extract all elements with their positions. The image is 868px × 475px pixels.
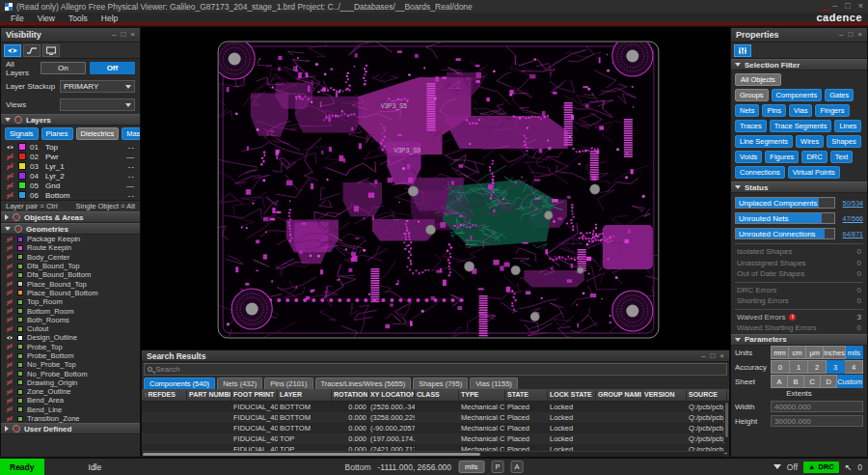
geometry-eye-icon[interactable]	[6, 307, 14, 315]
column-header-source[interactable]: SOURCE	[687, 390, 727, 401]
horizontal-scrollbar[interactable]	[142, 451, 724, 457]
geometry-row[interactable]: Bend_Line	[1, 405, 140, 414]
search-tab[interactable]: Components (540)	[144, 377, 215, 389]
geometry-eye-icon[interactable]	[6, 378, 14, 386]
layer-eye-icon[interactable]	[6, 143, 14, 152]
properties-filter-tab[interactable]	[734, 44, 751, 57]
geometry-eye-icon[interactable]	[6, 325, 14, 333]
geometry-row[interactable]: Design_Outline	[1, 333, 140, 342]
search-input[interactable]	[155, 365, 723, 374]
units-option-mm[interactable]: mm	[771, 346, 789, 359]
geometry-row[interactable]: Cutout	[1, 324, 140, 333]
layers-section-header[interactable]: Layers	[1, 114, 140, 126]
height-field[interactable]: 30000.000	[771, 415, 863, 427]
column-header-rotation[interactable]: ROTATION	[332, 390, 368, 401]
layer-color-swatch[interactable]	[18, 153, 26, 160]
layers-view-tab[interactable]	[4, 44, 21, 57]
table-row[interactable]: FIDUCIAL_40BOTTOM0.000(2526.000,-34...Me…	[142, 402, 729, 412]
geometry-eye-icon[interactable]	[6, 263, 14, 270]
search-tab[interactable]: Shapes (795)	[413, 377, 468, 389]
panel-close-icon[interactable]: ×	[130, 31, 135, 39]
layer-class-filter-button[interactable]: Dielectrics	[76, 127, 120, 140]
column-header-state[interactable]: STATE	[505, 390, 548, 401]
geometry-row[interactable]: Place_Bound_Bottom	[1, 289, 140, 297]
layer-row[interactable]: 01 Top --	[1, 142, 140, 152]
layer-color-swatch[interactable]	[18, 191, 26, 199]
column-header-class[interactable]: CLASS	[415, 390, 459, 401]
geometry-row[interactable]: Zone_Outline	[1, 387, 140, 396]
sheet-option-B[interactable]: B	[788, 375, 804, 388]
geometry-color-swatch[interactable]	[17, 353, 23, 359]
layer-color-swatch[interactable]	[18, 182, 26, 189]
drc-badge[interactable]: ▲DRC	[803, 461, 839, 473]
visibility-panel-titlebar[interactable]: Visibility – □ ×	[1, 28, 140, 42]
geometry-row[interactable]: Body_Center	[1, 253, 140, 262]
column-header-xy-location[interactable]: XY LOCATION	[368, 390, 415, 401]
accuracy-option-3[interactable]: 3	[827, 360, 845, 374]
geometry-color-swatch[interactable]	[17, 299, 23, 305]
panel-minimize-icon[interactable]: –	[839, 31, 843, 39]
geometry-color-swatch[interactable]	[17, 264, 23, 269]
geometry-color-swatch[interactable]	[17, 237, 23, 242]
selection-filter-button[interactable]: Voids	[735, 151, 762, 163]
geometry-row[interactable]: Transition_Zone	[1, 414, 140, 423]
layer-linestyle[interactable]: —	[126, 182, 135, 190]
geometry-eye-icon[interactable]	[6, 388, 14, 396]
selection-filter-button[interactable]: Trace Segments	[770, 120, 832, 132]
layer-row[interactable]: 06 Bottom --	[1, 190, 140, 200]
column-header-foot-print[interactable]: FOOT PRINT	[231, 390, 278, 401]
layer-eye-icon[interactable]	[6, 162, 14, 171]
geometry-row[interactable]: Bend_Area	[1, 396, 140, 405]
layer-color-swatch[interactable]	[18, 162, 26, 170]
status-section-header[interactable]: Status	[731, 182, 867, 193]
selection-filter-button[interactable]: Figures	[765, 151, 799, 163]
selection-filter-button[interactable]: Gates	[825, 89, 854, 101]
geometry-color-swatch[interactable]	[17, 326, 23, 332]
window-maximize-button[interactable]: □	[845, 2, 850, 11]
accuracy-option-1[interactable]: 1	[790, 360, 808, 374]
width-field[interactable]: 40000.000	[771, 401, 863, 412]
selection-filter-button[interactable]: Virtual Points	[788, 166, 840, 179]
selection-filter-button[interactable]: Traces	[735, 120, 767, 132]
panel-minimize-icon[interactable]: –	[701, 352, 705, 360]
layer-row[interactable]: 04 Lyr_2 --	[1, 171, 140, 181]
window-minimize-button[interactable]: –	[832, 2, 837, 11]
selection-filter-button[interactable]: Components	[772, 89, 823, 101]
selection-filter-button[interactable]: Wires	[796, 135, 824, 148]
layer-linestyle[interactable]: --	[128, 191, 135, 200]
menu-help[interactable]: Help	[95, 14, 124, 23]
search-tab[interactable]: Pins (2101)	[264, 377, 312, 389]
geometry-row[interactable]: Route Keepin	[1, 243, 140, 252]
selection-filter-button[interactable]: Fingers	[815, 104, 849, 117]
vertical-scrollbar[interactable]	[724, 402, 729, 451]
geometry-color-swatch[interactable]	[17, 245, 23, 251]
layer-class-filter-button[interactable]: Signals	[5, 127, 39, 140]
geometry-color-swatch[interactable]	[17, 362, 23, 368]
layer-linestyle[interactable]: --	[128, 162, 135, 171]
geometry-eye-icon[interactable]	[6, 298, 14, 306]
geometry-row[interactable]: No_Probe_Top	[1, 360, 140, 369]
status-count-link[interactable]: 50/534	[838, 200, 863, 207]
layer-row[interactable]: 02 Pwr —	[1, 152, 140, 161]
geometry-eye-icon[interactable]	[6, 405, 14, 413]
layer-eye-icon[interactable]	[6, 172, 14, 181]
geometry-eye-icon[interactable]	[6, 361, 14, 369]
layer-color-swatch[interactable]	[18, 172, 26, 180]
layer-eye-icon[interactable]	[6, 153, 14, 161]
selection-filter-button[interactable]: Shapes	[827, 135, 860, 148]
geometry-row[interactable]: Package Keepin	[1, 235, 140, 243]
units-option-inches[interactable]: inches	[824, 346, 846, 359]
geometry-row[interactable]: Drawing_Origin	[1, 378, 140, 387]
geometry-eye-icon[interactable]	[6, 370, 14, 377]
column-header-version[interactable]: VERSION	[642, 390, 687, 401]
geometry-row[interactable]: Top_Room	[1, 297, 140, 306]
layer-row[interactable]: 03 Lyr_1 --	[1, 161, 140, 171]
panel-float-icon[interactable]: □	[710, 352, 715, 360]
panel-close-icon[interactable]: ×	[857, 31, 862, 39]
filter-icon[interactable]	[773, 464, 781, 469]
search-tab[interactable]: Nets (432)	[217, 377, 262, 389]
column-header-layer[interactable]: LAYER	[278, 390, 332, 401]
menu-file[interactable]: File	[4, 14, 31, 23]
layer-stackup-select[interactable]: PRIMARY	[60, 80, 135, 93]
search-results-titlebar[interactable]: Search Results – □ ×	[142, 350, 729, 362]
